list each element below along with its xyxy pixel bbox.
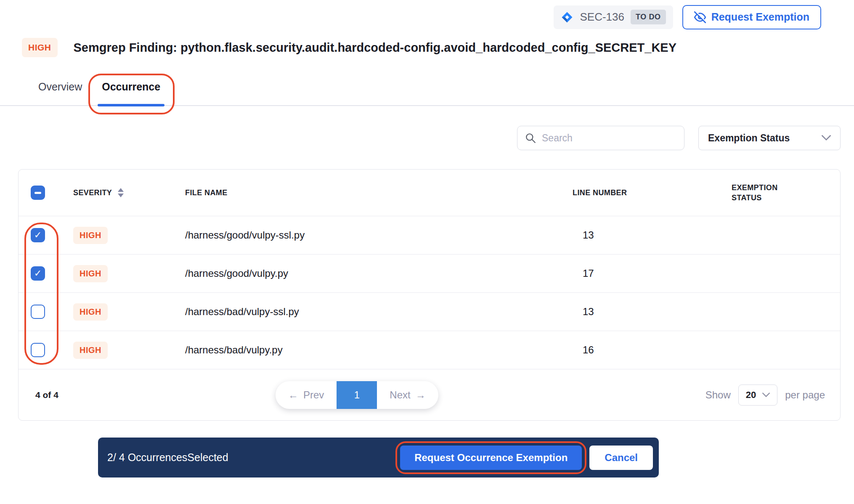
column-exemption-status: EXEMPTION STATUS bbox=[714, 183, 794, 203]
per-page-label: per page bbox=[785, 389, 825, 401]
file-name-cell: /harness/bad/vulpy.py bbox=[167, 344, 562, 356]
selection-summary: 2/ 4 OccurrencesSelected bbox=[107, 451, 228, 464]
occurrences-table: SEVERITY FILE NAME LINE NUMBER EXEMPTION… bbox=[18, 169, 841, 421]
line-number-cell: 17 bbox=[562, 268, 714, 279]
page-size-value: 20 bbox=[746, 390, 756, 401]
file-name-cell: /harness/good/vulpy.py bbox=[167, 268, 562, 279]
row-checkbox[interactable] bbox=[31, 266, 45, 281]
table-body: HIGH /harness/good/vulpy-ssl.py 13 HIGH … bbox=[19, 216, 840, 369]
cancel-button[interactable]: Cancel bbox=[589, 446, 653, 470]
table-row: HIGH /harness/good/vulpy-ssl.py 13 bbox=[19, 216, 840, 254]
sort-asc-icon bbox=[118, 188, 124, 192]
tab-overview[interactable]: Overview bbox=[38, 81, 82, 105]
exemption-status-filter[interactable]: Exemption Status bbox=[698, 126, 841, 150]
sort-desc-icon bbox=[118, 194, 124, 197]
chevron-down-icon bbox=[822, 135, 831, 141]
file-name-cell: /harness/bad/vulpy-ssl.py bbox=[167, 306, 562, 318]
tabs: Overview Occurrence bbox=[0, 81, 854, 106]
arrow-right-icon bbox=[416, 389, 426, 401]
search-icon bbox=[525, 133, 536, 143]
top-action-row: SEC-136 TO DO Request Exemption bbox=[0, 0, 854, 29]
jira-status-badge: TO DO bbox=[631, 10, 666, 24]
severity-badge: HIGH bbox=[22, 38, 58, 57]
table-row: HIGH /harness/bad/vulpy.py 16 bbox=[19, 331, 840, 369]
pagination-next-label: Next bbox=[390, 389, 410, 401]
pagination-next-button[interactable]: Next bbox=[377, 381, 438, 409]
row-count: 4 of 4 bbox=[35, 390, 58, 400]
table-row: HIGH /harness/good/vulpy.py 17 bbox=[19, 254, 840, 292]
search-input[interactable] bbox=[542, 133, 676, 144]
severity-badge: HIGH bbox=[73, 342, 108, 359]
chevron-down-icon bbox=[762, 393, 770, 398]
page-title: Semgrep Finding: python.flask.security.a… bbox=[74, 41, 677, 55]
row-checkbox[interactable] bbox=[31, 343, 45, 357]
page-size-select[interactable]: 20 bbox=[738, 385, 777, 406]
page-size-control: Show 20 per page bbox=[705, 385, 825, 406]
jira-icon bbox=[561, 11, 573, 24]
selection-bar: 2/ 4 OccurrencesSelected Request Occurre… bbox=[98, 438, 659, 477]
eye-off-icon bbox=[694, 11, 706, 23]
severity-badge: HIGH bbox=[73, 303, 108, 321]
select-all-checkbox[interactable] bbox=[31, 186, 45, 200]
column-line-number: LINE NUMBER bbox=[562, 188, 714, 197]
tab-occurrence[interactable]: Occurrence bbox=[102, 81, 160, 105]
arrow-left-icon bbox=[288, 389, 298, 401]
table-footer: 4 of 4 Prev 1 Next Show 20 bbox=[19, 369, 840, 420]
request-exemption-label: Request Exemption bbox=[711, 11, 809, 23]
filters-row: Exemption Status bbox=[0, 126, 854, 150]
pagination-prev-button[interactable]: Prev bbox=[276, 381, 337, 409]
table-header: SEVERITY FILE NAME LINE NUMBER EXEMPTION… bbox=[19, 170, 840, 216]
finding-details-page: SEC-136 TO DO Request Exemption HIGH Sem… bbox=[0, 0, 854, 504]
severity-badge: HIGH bbox=[73, 227, 108, 244]
tab-occurrence-wrap: Occurrence bbox=[102, 81, 160, 105]
pagination-prev-label: Prev bbox=[303, 389, 324, 401]
request-exemption-button[interactable]: Request Exemption bbox=[682, 5, 821, 29]
request-occurrence-exemption-wrap: Request Occurrence Exemption bbox=[400, 446, 582, 470]
table-row: HIGH /harness/bad/vulpy-ssl.py 13 bbox=[19, 292, 840, 331]
jira-ticket-key: SEC-136 bbox=[580, 11, 624, 24]
file-name-cell: /harness/good/vulpy-ssl.py bbox=[167, 229, 562, 241]
row-checkbox[interactable] bbox=[31, 228, 45, 242]
pagination-page-1[interactable]: 1 bbox=[337, 381, 377, 409]
line-number-cell: 13 bbox=[562, 306, 714, 318]
title-row: HIGH Semgrep Finding: python.flask.secur… bbox=[0, 38, 854, 57]
exemption-status-filter-label: Exemption Status bbox=[708, 133, 790, 144]
line-number-cell: 16 bbox=[562, 344, 714, 356]
request-occurrence-exemption-button[interactable]: Request Occurrence Exemption bbox=[400, 446, 582, 470]
pagination: Prev 1 Next bbox=[276, 381, 438, 409]
sort-severity-control[interactable] bbox=[118, 188, 124, 197]
severity-badge: HIGH bbox=[73, 265, 108, 282]
column-file-name: FILE NAME bbox=[167, 188, 562, 197]
row-checkbox[interactable] bbox=[31, 305, 45, 319]
column-severity: SEVERITY bbox=[73, 188, 112, 197]
line-number-cell: 13 bbox=[562, 229, 714, 241]
search-box bbox=[517, 126, 684, 150]
show-label: Show bbox=[705, 389, 731, 401]
jira-ticket-chip[interactable]: SEC-136 TO DO bbox=[554, 5, 673, 29]
